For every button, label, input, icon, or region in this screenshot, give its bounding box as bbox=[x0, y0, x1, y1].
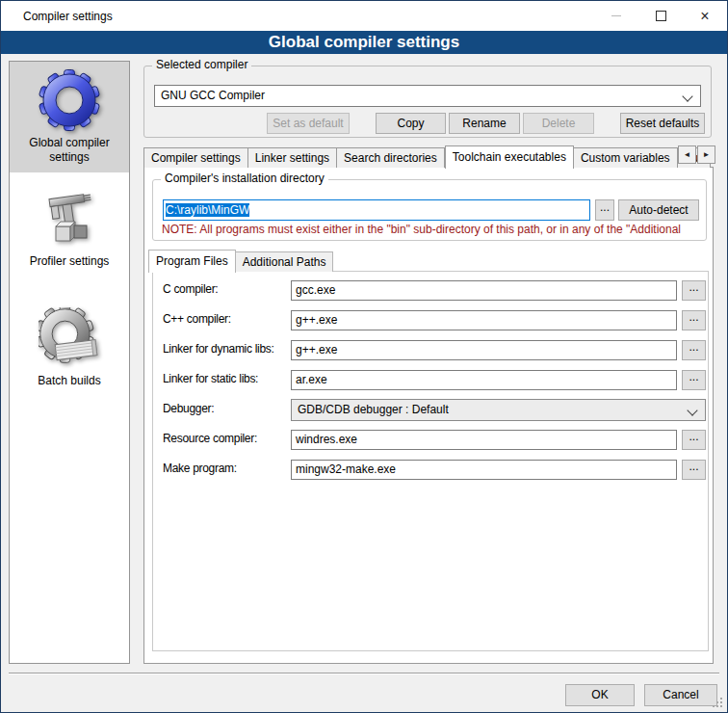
settings-category-sidebar: Global compiler settings bbox=[9, 61, 130, 664]
ok-button[interactable]: OK bbox=[565, 684, 635, 706]
debugger-select[interactable]: GDB/CDB debugger : Default bbox=[291, 399, 706, 421]
group-legend: Selected compiler bbox=[152, 58, 251, 71]
c-compiler-browse-button[interactable]: ... bbox=[682, 280, 706, 301]
sidebar-item-label: Profiler settings bbox=[12, 254, 127, 269]
make-program-label: Make program: bbox=[163, 462, 237, 475]
tab-scroll-buttons: ◄ ► bbox=[677, 145, 715, 164]
sidebar-item-profiler-settings[interactable]: Profiler settings bbox=[10, 180, 129, 277]
static-linker-input[interactable]: ar.exe bbox=[291, 370, 677, 390]
debugger-select-value: GDB/CDB debugger : Default bbox=[298, 403, 449, 416]
copy-button[interactable]: Copy bbox=[376, 113, 446, 134]
tab-search-directories[interactable]: Search directories bbox=[337, 147, 445, 168]
maximize-button[interactable] bbox=[638, 1, 683, 31]
tab-scroll-left-button[interactable]: ◄ bbox=[678, 145, 696, 164]
tab-linker-settings[interactable]: Linker settings bbox=[248, 147, 337, 168]
minimize-button[interactable] bbox=[594, 1, 638, 31]
compiler-select-value: GNU GCC Compiler bbox=[161, 89, 265, 102]
program-files-tabbar: Program Files Additional Paths bbox=[148, 249, 333, 272]
gear-stack-icon bbox=[39, 307, 100, 369]
tab-toolchain-executables[interactable]: Toolchain executables bbox=[445, 145, 574, 169]
titlebar: Compiler settings × bbox=[1, 1, 727, 31]
dynamic-linker-browse-button[interactable]: ... bbox=[682, 340, 706, 360]
dynamic-linker-input[interactable]: g++.exe bbox=[291, 340, 677, 360]
group-legend: Compiler's installation directory bbox=[161, 172, 328, 185]
cpp-compiler-browse-button[interactable]: ... bbox=[682, 310, 706, 330]
c-compiler-label: C compiler: bbox=[163, 282, 218, 296]
resource-compiler-label: Resource compiler: bbox=[163, 432, 257, 445]
tab-custom-variables[interactable]: Custom variables bbox=[574, 147, 678, 168]
cpp-compiler-label: C++ compiler: bbox=[163, 312, 231, 326]
selected-compiler-group: Selected compiler GNU GCC Compiler Set a… bbox=[143, 66, 712, 138]
subtab-program-files[interactable]: Program Files bbox=[148, 250, 236, 273]
resource-compiler-browse-button[interactable]: ... bbox=[682, 430, 706, 450]
static-linker-browse-button[interactable]: ... bbox=[682, 370, 706, 390]
program-files-panel: C compiler: gcc.exe ... C++ compiler: g+… bbox=[152, 271, 709, 651]
note-text: NOTE: All programs must exist either in … bbox=[162, 223, 713, 236]
cancel-button[interactable]: Cancel bbox=[644, 684, 717, 706]
tab-compiler-settings[interactable]: Compiler settings bbox=[143, 147, 248, 168]
cpp-compiler-input[interactable]: g++.exe bbox=[291, 310, 677, 330]
dialog-header-title: Global compiler settings bbox=[1, 31, 727, 54]
footer-separator bbox=[9, 673, 719, 674]
compiler-settings-window: Compiler settings × Global compiler sett… bbox=[0, 0, 728, 713]
sidebar-item-global-compiler-settings[interactable]: Global compiler settings bbox=[10, 62, 129, 172]
install-dir-input[interactable]: C:\raylib\MinGW bbox=[163, 199, 590, 221]
caption-buttons: × bbox=[594, 1, 727, 31]
caliper-icon bbox=[39, 188, 100, 250]
make-program-input[interactable]: mingw32-make.exe bbox=[291, 460, 677, 480]
set-as-default-button: Set as default bbox=[267, 113, 350, 134]
debugger-label: Debugger: bbox=[163, 402, 214, 415]
toolchain-executables-panel: Compiler's installation directory C:\ray… bbox=[143, 167, 714, 664]
sidebar-item-label: Batch builds bbox=[12, 374, 127, 388]
resource-compiler-input[interactable]: windres.exe bbox=[291, 430, 677, 450]
window-title: Compiler settings bbox=[1, 10, 113, 23]
c-compiler-input[interactable]: gcc.exe bbox=[291, 280, 677, 301]
sidebar-item-batch-builds[interactable]: Batch builds bbox=[10, 300, 129, 396]
right-arrow-icon: ► bbox=[703, 150, 711, 159]
compiler-select[interactable]: GNU GCC Compiler bbox=[154, 85, 701, 107]
minimize-icon bbox=[611, 15, 621, 16]
sidebar-item-label: Global compiler settings bbox=[12, 136, 127, 165]
tab-scroll-right-button[interactable]: ► bbox=[697, 145, 715, 164]
reset-defaults-button[interactable]: Reset defaults bbox=[620, 113, 705, 134]
selected-text: C:\raylib\MinGW bbox=[166, 203, 249, 217]
chevron-down-icon bbox=[682, 91, 692, 101]
left-arrow-icon: ◄ bbox=[684, 150, 691, 159]
subtab-additional-paths[interactable]: Additional Paths bbox=[236, 251, 334, 272]
maximize-icon bbox=[656, 11, 666, 21]
autodetect-button[interactable]: Auto-detect bbox=[618, 199, 699, 221]
make-program-browse-button[interactable]: ... bbox=[682, 460, 706, 480]
gear-blue-icon bbox=[39, 69, 100, 131]
chevron-down-icon bbox=[687, 405, 697, 415]
resize-grip[interactable] bbox=[712, 697, 724, 709]
compiler-buttons-row: Set as default Copy Rename Delete Reset … bbox=[154, 113, 705, 134]
rename-button[interactable]: Rename bbox=[449, 113, 520, 134]
settings-tabbar: Compiler settings Linker settings Search… bbox=[143, 145, 711, 168]
close-button[interactable]: × bbox=[683, 1, 727, 31]
install-dir-browse-button[interactable]: ... bbox=[595, 199, 614, 221]
dynamic-linker-label: Linker for dynamic libs: bbox=[163, 342, 274, 356]
delete-button: Delete bbox=[523, 113, 594, 134]
static-linker-label: Linker for static libs: bbox=[163, 372, 258, 385]
close-icon: × bbox=[700, 9, 709, 24]
